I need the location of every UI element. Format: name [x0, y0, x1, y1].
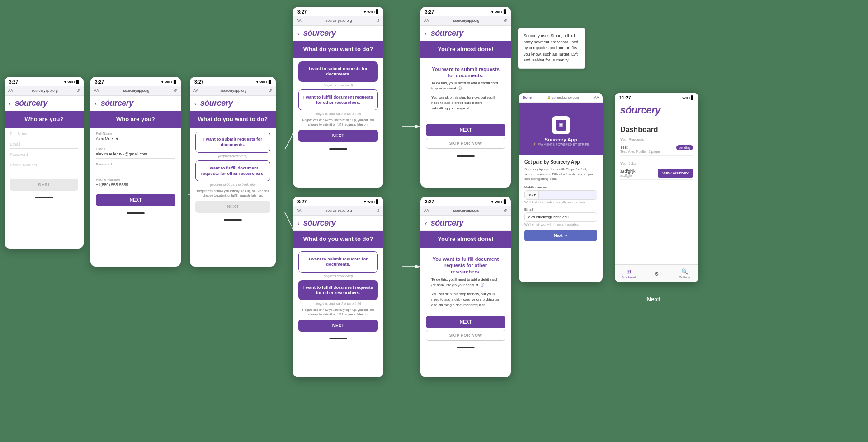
time-5a: 3:27 [425, 9, 434, 14]
label-phone: Phone Number [96, 178, 175, 182]
next-btn-4a[interactable]: NEXT [298, 130, 378, 142]
option-fulfill-4a[interactable]: I want to fulfill document requests for … [298, 89, 378, 111]
time-4a: 3:27 [297, 9, 307, 14]
phone-note: We'll text this number to verify your ac… [524, 201, 597, 204]
value-phone: +1(880) 555-5555 [96, 183, 175, 189]
option-fulfill-4b[interactable]: I want to fulfill document requests for … [298, 280, 378, 301]
dashboard-icon: ⊞ [627, 268, 631, 275]
back-arrow-2: ‹ [95, 100, 97, 107]
back-arrow-3: ‹ [194, 100, 197, 107]
option-submit-3[interactable]: I want to submit requests for documents. [195, 132, 270, 153]
view-history-btn[interactable]: VIEW HISTORY [658, 169, 693, 178]
status-bar-1: 3:27 ▾WiFi▊ [5, 77, 84, 86]
search-icon: 🔍 [681, 268, 688, 275]
next-btn-5a[interactable]: NEXT [426, 124, 505, 136]
phone-input[interactable] [539, 191, 597, 199]
time-2: 3:27 [95, 80, 104, 85]
logo-1: sóurcery [15, 99, 47, 108]
gear-icon: ⚙ [654, 271, 659, 277]
done-link[interactable]: Done [523, 95, 532, 99]
note-submit-3: (requires credit card) [195, 155, 270, 158]
label-fullname: Full Name [96, 132, 175, 136]
form-3: I want to submit requests for documents.… [190, 128, 276, 216]
disclaimer-3: Regardless of how you initially sign up,… [195, 189, 270, 198]
logo-5b: sóurcery [431, 218, 463, 228]
time-4b: 3:27 [297, 199, 307, 204]
subtitle-5a: You want to submit requests for document… [426, 61, 505, 81]
option-submit-4b[interactable]: I want to submit requests for documents. [298, 251, 378, 273]
stripe-header: Sourcery App ⚡PAYMENTS POWERED BY STRIPE [519, 103, 603, 155]
value-fullname: Alex Mueller [96, 136, 175, 143]
request-detail: Test, Alex Mueller, 2 pages [620, 150, 660, 154]
status-icons-dashboard: WiFi▊ [682, 96, 694, 100]
app-header-4a: ‹ sóurcery [293, 26, 383, 41]
url-bar-5b: AA sourceryapp.org ↺ [420, 206, 511, 216]
banner-2: Who are you? [90, 111, 181, 128]
home-indicator-4a [293, 146, 383, 153]
home-indicator-1 [5, 194, 84, 202]
url-bar-2: AA sourceryapp.org ↺ [90, 86, 181, 96]
your-requests-label: Your Requests [620, 137, 693, 141]
status-bar-5a: 3:27 ▾WiFi▊ [420, 7, 511, 16]
stripe-app-name: Sourcery App [545, 137, 577, 142]
nav-search[interactable]: 🔍 Settings [670, 265, 698, 282]
dashboard-screen: 11:27 WiFi▊ sóurcery Dashboard Your Requ… [615, 93, 698, 282]
status-icons-3: ▾WiFi▊ [256, 80, 271, 84]
screen-2-filled: 3:27 ▾WiFi▊ AA sourceryapp.org ↺ ‹ sóurc… [90, 77, 181, 267]
home-indicator-5b [420, 344, 511, 352]
disclaimer-4b: Regardless of how you initially sign up,… [298, 308, 378, 317]
status-bar-dashboard: 11:27 WiFi▊ [615, 93, 698, 102]
back-arrow-5b: ‹ [425, 220, 427, 227]
body2-5b: You can skip this step for now, but you'… [426, 292, 505, 311]
screen-5b-almost-done-fulfill: 3:27 ▾WiFi▊ AA sourceryapp.org ↺ ‹ sóurc… [420, 197, 511, 377]
field-email-1: Email [10, 142, 78, 149]
option-submit-4a[interactable]: I want to submit requests for documents. [298, 61, 378, 82]
banner-5b: You're almost done! [420, 231, 511, 248]
stripe-icon [552, 116, 570, 134]
dashboard-body: Dashboard Your Requests Test Test, Alex … [615, 121, 698, 266]
app-header-4b: ‹ sóurcery [293, 216, 383, 231]
screen-5a-almost-done-submit: 3:27 ▾WiFi▊ AA sourceryapp.org ↺ ‹ sóurc… [420, 7, 511, 188]
time-dashboard: 11:27 [619, 95, 631, 100]
job-detail: asdfgjkc [620, 174, 637, 178]
url-bar-3: AA sourceryapp.org ↺ [190, 86, 276, 96]
stripe-next-btn[interactable]: Next → [524, 230, 597, 241]
form-4b: I want to submit requests for documents.… [293, 248, 383, 335]
url-bar-4a: AA sourceryapp.org ↺ [293, 16, 383, 26]
email-input-group: Email We'll email you with important upd… [524, 207, 597, 226]
app-header-1: ‹ sóurcery [5, 96, 84, 111]
next-btn-2[interactable]: NEXT [96, 194, 175, 206]
back-arrow-5a: ‹ [425, 30, 427, 37]
note-fulfill-4a: (requires debit card or bank info) [298, 112, 378, 115]
banner-4a: What do you want to do? [293, 41, 383, 58]
next-btn-3[interactable]: NEXT [195, 201, 270, 213]
logo-5a: sóurcery [431, 28, 463, 38]
banner-1: Who are you? [5, 111, 84, 128]
next-btn-4b[interactable]: NEXT [298, 320, 378, 332]
stripe-body: Get paid by Sourcery App Sourcery App pa… [519, 155, 603, 246]
stripe-screen: Done 🔒 connect.stripe.com AA Sourcery Ap… [519, 93, 603, 282]
logo-4b: sóurcery [303, 218, 336, 228]
stripe-title: Get paid by Sourcery App [524, 160, 597, 165]
mobile-label: Mobile number [524, 185, 597, 189]
email-input[interactable] [524, 212, 597, 222]
home-indicator-3 [190, 216, 276, 224]
nav-settings-gear[interactable]: ⚙ [643, 265, 671, 282]
label-password: Password [96, 162, 175, 166]
next-btn-1[interactable]: NEXT [10, 179, 78, 191]
option-fulfill-3[interactable]: I want to fulfill document requests for … [195, 160, 270, 182]
note-fulfill-3: (requires debit card or bank info) [195, 183, 270, 186]
skip-btn-5a[interactable]: SKIP FOR NOW [426, 138, 505, 149]
app-header-5a: ‹ sóurcery [420, 26, 511, 41]
stripe-description: Sourcery App partners with Stripe for fa… [524, 167, 597, 182]
form-4a: I want to submit requests for documents.… [293, 58, 383, 146]
next-btn-5b[interactable]: NEXT [426, 316, 505, 328]
skip-btn-5b[interactable]: SKIP FOR NOW [426, 330, 505, 341]
status-bar-2: 3:27 ▾WiFi▊ [90, 77, 181, 86]
banner-5a: You're almost done! [420, 41, 511, 58]
status-icons-1: ▾WiFi▊ [64, 80, 79, 84]
country-selector[interactable]: US ▾ [525, 191, 539, 199]
body2-5a: You can skip this step for now, but you'… [426, 95, 505, 115]
phone-input-row[interactable]: US ▾ [524, 190, 597, 200]
nav-dashboard[interactable]: ⊞ Dashboard [615, 265, 643, 282]
